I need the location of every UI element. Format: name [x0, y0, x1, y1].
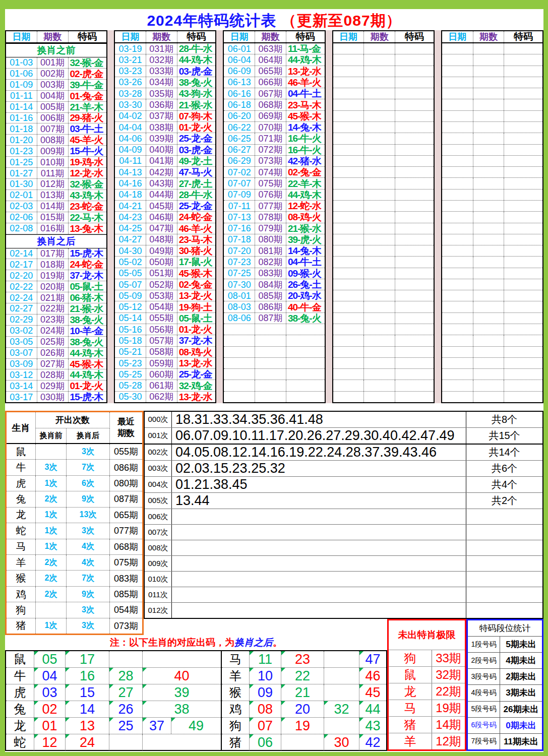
recent-period: 054期 — [110, 602, 142, 617]
draw-row: 05-12054期19-狗-土 — [115, 301, 215, 312]
page-title-update: （更新至087期） — [281, 12, 402, 29]
draw-code — [504, 369, 542, 380]
draw-period: 058期 — [146, 347, 177, 357]
draw-period: 057期 — [146, 335, 177, 346]
draw-code: 11-马-金 — [286, 43, 325, 54]
draw-period: 040期 — [146, 145, 177, 155]
draw-code: 45-羊-火 — [69, 135, 107, 145]
unseen-zodiac-name: 羊 — [389, 733, 432, 749]
draw-code: 12-蛇-水 — [286, 201, 325, 211]
segment-stats-row: 2段号码4期未出 — [468, 653, 542, 669]
zodiac-number-cell: 27 — [109, 684, 143, 701]
zodiac-stats-header-count: 开出次数 — [36, 412, 110, 428]
draw-code — [395, 290, 434, 301]
draw-period: 066期 — [255, 77, 286, 88]
draw-row — [333, 234, 434, 245]
draw-row — [442, 290, 542, 301]
draw-date — [442, 66, 473, 77]
draw-period: 030期 — [37, 392, 69, 402]
draw-period — [473, 324, 505, 335]
draw-date: 07-20 — [224, 245, 255, 256]
draw-code: 04-牛-土 — [286, 257, 325, 267]
draw-period: 005期 — [37, 102, 69, 112]
draw-code: 38-兔-火 — [177, 77, 216, 88]
draw-period: 053期 — [146, 290, 177, 301]
draw-code: 49-龙-土 — [177, 156, 216, 166]
draw-code — [504, 178, 542, 188]
draw-period — [364, 335, 395, 346]
frequency-row: 012次 — [145, 603, 542, 618]
draw-date: 05-18 — [115, 335, 146, 346]
draw-code: 13-龙-水 — [177, 392, 216, 402]
draw-date: 07-23 — [224, 257, 255, 267]
draw-code: 23-马-木 — [177, 234, 216, 245]
zodiac-number-cell: 43 — [359, 718, 386, 734]
draw-row — [442, 111, 542, 122]
draw-date: 08-06 — [224, 313, 255, 324]
zodiac-numbers-row: 兔02142638 — [6, 701, 221, 718]
column-gap-strip — [107, 30, 114, 403]
draw-row: 06-04064期44-鸡-木 — [224, 54, 324, 66]
draw-row: 05-09053期13-龙-火 — [115, 290, 215, 301]
draw-code: 45-猴-木 — [177, 268, 216, 279]
draws-column-header: 日期期数特码 — [333, 31, 434, 43]
draw-row — [333, 156, 434, 167]
draw-date — [333, 43, 364, 54]
recent-period: 087期 — [110, 491, 142, 507]
draw-row — [442, 167, 542, 178]
draw-date: 02-20 — [6, 270, 37, 281]
draw-date — [442, 178, 473, 188]
draw-row — [333, 245, 434, 257]
draw-code: 03-虎-金 — [177, 145, 216, 155]
draw-row — [333, 347, 434, 358]
draw-row — [442, 335, 542, 346]
draw-code — [395, 313, 434, 324]
unseen-zodiac-row: 猪14期 — [389, 717, 465, 733]
count-after: 3次 — [67, 602, 110, 617]
draw-period — [473, 190, 505, 200]
draws-column-group: 日期期数特码06-01063期11-马-金06-04064期44-鸡-木06-0… — [223, 30, 325, 403]
draw-period: 044期 — [146, 190, 177, 200]
footnote-highlight: 换肖之后 — [234, 636, 273, 649]
draw-period: 084期 — [255, 279, 286, 290]
draw-period: 011期 — [37, 168, 69, 178]
draw-code: 39-虎-火 — [286, 234, 325, 245]
draw-period — [473, 279, 505, 290]
draw-period: 076期 — [255, 190, 286, 200]
draw-code — [504, 380, 542, 391]
frequency-row: 011次 — [145, 587, 542, 603]
draw-row — [333, 223, 434, 234]
zodiac-number-cell: 08 — [250, 701, 281, 717]
draw-period — [473, 212, 505, 222]
draw-code: 45-猴-木 — [286, 111, 325, 121]
draw-date — [333, 111, 364, 121]
draw-row — [333, 167, 434, 178]
draw-row — [224, 369, 324, 380]
draw-period: 051期 — [146, 268, 177, 279]
draw-code: 05-鼠-土 — [177, 313, 216, 324]
draw-row: 07-09076期44-鸡-木 — [224, 190, 324, 201]
draw-date: 01-20 — [6, 135, 37, 145]
count-after: 6次 — [67, 476, 110, 491]
zodiac-number-cell: 04 — [34, 668, 66, 684]
draws-header-period: 期数 — [146, 31, 177, 42]
draw-row — [442, 257, 542, 268]
zodiac-name: 鸡 — [7, 587, 36, 602]
draw-row — [224, 392, 324, 402]
draw-date — [442, 290, 473, 301]
draw-code: 44-鸡-木 — [286, 54, 325, 65]
frequency-row: 000次18.31.33.34.35.36.41.48共8个 — [145, 412, 542, 428]
draw-code: 08-鸡-火 — [286, 212, 325, 222]
draw-row: 03-30036期21-猴-水 — [115, 99, 215, 110]
draw-date — [442, 234, 473, 245]
draw-date: 06-04 — [224, 54, 255, 65]
draw-code: 16-牛-火 — [286, 133, 325, 144]
draw-period: 022期 — [37, 303, 69, 314]
draw-row: 07-30084期26-兔-土 — [224, 279, 324, 290]
draw-code — [395, 190, 434, 200]
frequency-numbers: 13.44 — [172, 493, 466, 509]
segment-stats-box: 特码段位统计 1段号码5期未出2段号码4期未出3段号码2期未出4段号码3期未出5… — [466, 619, 543, 751]
draw-code — [395, 245, 434, 256]
draw-code — [395, 279, 434, 290]
unseen-zodiac-title: 未出特肖极限 — [389, 620, 465, 650]
